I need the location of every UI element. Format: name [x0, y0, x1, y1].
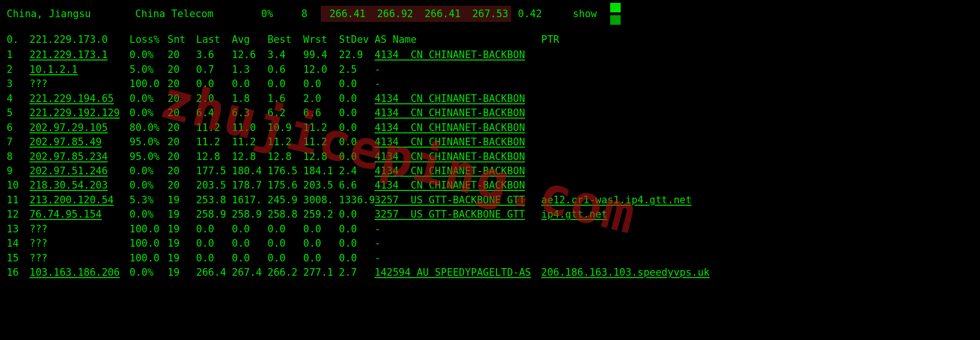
hop-snt: 20 [168, 135, 196, 149]
hop-ip[interactable]: 221.229.194.65 [30, 91, 129, 106]
hdr-best: Best [267, 32, 303, 47]
hop-snt: 20 [168, 164, 196, 178]
hop-ip[interactable]: 103.163.186.206 [30, 265, 129, 280]
trace-row: 15???100.0190.00.00.00.00.0- [7, 251, 980, 265]
hop-loss: 0.0% [129, 106, 168, 120]
hop-number: 10 [7, 178, 30, 192]
hop-snt: 20 [168, 120, 196, 135]
hop-ptr [541, 251, 980, 265]
hop-asname: - [375, 236, 541, 250]
hop-asname: 4134 CN CHINANET-BACKBON [375, 164, 541, 178]
hop-avg: 0.0 [232, 236, 267, 250]
trace-row: 14???100.0190.00.00.00.00.0- [7, 236, 980, 250]
hop-number: 12 [7, 207, 30, 221]
hop-asname: 4134 CN CHINANET-BACKBON [375, 120, 541, 135]
hop-loss: 0.0% [129, 164, 168, 178]
trace-row: 5221.229.192.1290.0%206.46.36.26.60.0413… [7, 106, 980, 120]
hop-best: 12.8 [267, 150, 303, 164]
hop-last: 12.8 [196, 150, 232, 164]
hop-stdev: 0.0 [339, 222, 375, 236]
hop-ip[interactable]: 202.97.29.105 [30, 120, 129, 135]
hop-best: 0.0 [267, 77, 303, 91]
hop-last: 258.9 [196, 207, 232, 221]
hop-ip[interactable]: 202.97.85.49 [30, 135, 129, 149]
hop-wrst: 0.0 [303, 251, 339, 265]
hop-last: 177.5 [196, 164, 232, 178]
hop-loss: 0.0% [129, 48, 168, 62]
hop-best: 0.6 [267, 62, 303, 77]
hop-snt: 20 [168, 150, 196, 164]
hop-wrst: 0.0 [303, 222, 339, 236]
status-bars-icon [597, 3, 621, 25]
hop-avg: 1617. [232, 193, 267, 207]
hop-best: 0.0 [267, 236, 303, 250]
hop-ip[interactable]: 202.97.51.246 [30, 164, 129, 178]
hop-number: 4 [7, 91, 30, 106]
hop-ptr [541, 222, 980, 236]
hop-asname: 142594 AU SPEEDYPAGELTD-AS [375, 265, 541, 280]
hdr-asname: AS Name [375, 32, 541, 47]
status-latency-2: 266.92 [368, 6, 416, 22]
hop-ip[interactable]: ??? [30, 236, 129, 250]
trace-row: 9202.97.51.2460.0%20177.5180.4176.5184.1… [7, 164, 980, 178]
hop-loss: 0.0% [129, 91, 168, 106]
status-latency-1: 266.41 [321, 6, 368, 22]
hop-asname: 3257 US GTT-BACKBONE GTT [375, 193, 541, 207]
hop-wrst: 99.4 [303, 48, 339, 62]
trace-row: 10218.30.54.2030.0%20203.5178.7175.6203.… [7, 178, 980, 192]
hop-loss: 0.0% [129, 207, 168, 221]
hop-best: 0.0 [267, 222, 303, 236]
hop-loss: 95.0% [129, 135, 168, 149]
hop-stdev: 22.9 [339, 48, 375, 62]
trace-row: 1276.74.95.1540.0%19258.9258.9258.8259.2… [7, 207, 980, 221]
hop-stdev: 0.0 [339, 150, 375, 164]
hop-ip[interactable]: 76.74.95.154 [30, 207, 129, 221]
hop-ip[interactable]: ??? [30, 251, 129, 265]
hop-stdev: 2.5 [339, 62, 375, 77]
hop-ip[interactable]: 221.229.173.1 [30, 48, 129, 62]
hop-ip[interactable]: ??? [30, 222, 129, 236]
hop-wrst: 2.0 [303, 91, 339, 106]
hop-best: 258.8 [267, 207, 303, 221]
hop-best: 3.4 [267, 48, 303, 62]
hop-avg: 12.8 [232, 150, 267, 164]
hop-asname: 4134 CN CHINANET-BACKBON [375, 150, 541, 164]
hop-stdev: 0.0 [339, 106, 375, 120]
hop-avg: 12.6 [232, 48, 267, 62]
hop-last: 6.4 [196, 106, 232, 120]
hdr-wrst: Wrst [303, 32, 339, 47]
hop-loss: 100.0 [129, 77, 168, 91]
hop-avg: 11.0 [232, 120, 267, 135]
hop-number: 16 [7, 265, 30, 280]
hop-ptr [541, 48, 980, 62]
trace-row: 11213.200.120.545.3%19253.81617.245.9300… [7, 193, 980, 207]
show-button[interactable]: show [544, 7, 597, 21]
hop-snt: 19 [168, 207, 196, 221]
hop-last: 0.0 [196, 222, 232, 236]
hop-number: 14 [7, 236, 30, 250]
hop-ip[interactable]: 213.200.120.54 [30, 193, 129, 207]
hop-snt: 19 [168, 193, 196, 207]
trace-row: 16103.163.186.2060.0%19266.4267.4266.227… [7, 265, 980, 280]
trace-row: 6202.97.29.10580.0%2011.211.010.911.20.0… [7, 120, 980, 135]
hop-snt: 19 [168, 222, 196, 236]
hdr-snt: Snt [168, 32, 196, 47]
hop-stdev: 0.0 [339, 91, 375, 106]
hop-ip[interactable]: 218.30.54.203 [30, 178, 129, 192]
hdr-hop: 0. [7, 32, 30, 47]
hop-loss: 5.0% [129, 62, 168, 77]
hdr-loss: Loss% [129, 32, 168, 47]
hop-snt: 19 [168, 251, 196, 265]
hop-ptr [541, 236, 980, 250]
hop-last: 0.0 [196, 77, 232, 91]
trace-row: 13???100.0190.00.00.00.00.0- [7, 222, 980, 236]
hop-loss: 100.0 [129, 251, 168, 265]
hop-ip[interactable]: 221.229.192.129 [30, 106, 129, 120]
trace-row: 4221.229.194.650.0%202.01.81.62.00.04134… [7, 91, 980, 106]
hop-ip[interactable]: 202.97.85.234 [30, 150, 129, 164]
hop-ip[interactable]: 10.1.2.1 [30, 62, 129, 77]
hop-best: 175.6 [267, 178, 303, 192]
hop-ip[interactable]: ??? [30, 77, 129, 91]
hop-ptr: 206.186.163.103.speedyvps.uk [541, 265, 980, 280]
hop-number: 5 [7, 106, 30, 120]
